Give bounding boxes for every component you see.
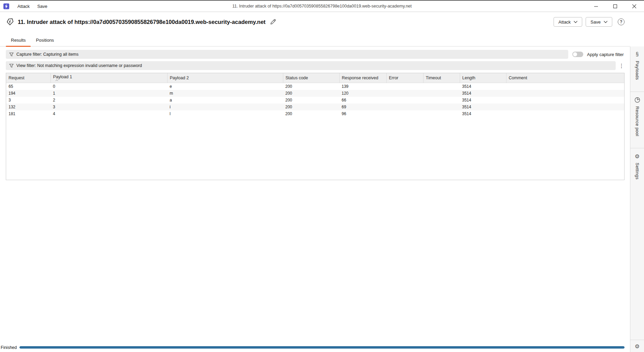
apply-capture-filter-label: Apply capture filter <box>587 52 624 57</box>
table-row[interactable]: 1814l200963514 <box>6 110 625 117</box>
attack-title: 11. Intruder attack of https://0a7d00570… <box>18 19 266 25</box>
column-header-response-received[interactable]: Response received <box>339 73 386 83</box>
attack-header: 11. Intruder attack of https://0a7d00570… <box>0 14 630 30</box>
titlebar: Attack Save 11. Intruder attack of https… <box>0 1 644 12</box>
sidebar-label-resource-pool: Resource pool <box>635 106 640 136</box>
table-row[interactable]: 1941m2001203514 <box>6 90 625 97</box>
view-filter-bar[interactable]: View filter: Not matching expression inv… <box>6 61 616 70</box>
sidebar-panel-resource-pool[interactable]: Resource pool <box>630 92 644 148</box>
resource-pool-icon <box>634 97 640 103</box>
right-sidebar: § Payloads Resource pool ⚙ Settings ⚙ <box>630 46 644 352</box>
funnel-icon <box>9 52 14 57</box>
column-header-length[interactable]: Length <box>460 73 506 83</box>
column-header-timeout[interactable]: Timeout <box>423 73 460 83</box>
apply-capture-filter-toggle[interactable] <box>572 52 583 57</box>
close-button[interactable] <box>629 2 639 10</box>
sidebar-label-settings: Settings <box>635 163 640 179</box>
sidebar-label-payloads: Payloads <box>635 61 640 80</box>
bottom-settings-area: ⚙ <box>630 340 644 352</box>
save-button[interactable]: Save <box>586 17 612 27</box>
burp-app-icon <box>3 3 9 9</box>
results-table-body: 650e20013935141941m200120351432a20066351… <box>6 83 625 117</box>
window-controls <box>591 2 639 10</box>
table-row[interactable]: 1323i200693514 <box>6 104 625 110</box>
column-header-status-code[interactable]: Status code <box>283 73 339 83</box>
attack-button[interactable]: Attack <box>554 17 582 27</box>
table-header-row: RequestPayload 1Payload 2Status codeResp… <box>6 73 625 83</box>
maximize-button[interactable] <box>610 2 620 10</box>
funnel-icon <box>9 64 14 68</box>
apply-capture-filter-control: Apply capture filter <box>572 50 624 59</box>
menu-save[interactable]: Save <box>34 2 51 10</box>
attack-button-label: Attack <box>558 19 571 25</box>
minimize-button[interactable] <box>591 2 601 10</box>
lightning-bolt-icon <box>4 4 8 9</box>
sidebar-panel-settings[interactable]: ⚙ Settings <box>630 148 644 179</box>
capture-filter-text: Capture filter: Capturing all items <box>16 52 78 57</box>
capture-filter-bar[interactable]: Capture filter: Capturing all items <box>6 50 568 59</box>
save-button-label: Save <box>590 19 601 25</box>
column-header-request[interactable]: Request <box>6 73 51 83</box>
tabbar: Results Positions <box>0 35 630 46</box>
column-header-payload-1[interactable]: Payload 1 <box>51 73 167 83</box>
menubar: Attack Save <box>14 2 51 10</box>
attack-progress-fill <box>19 346 625 349</box>
table-options-kebab-icon[interactable]: ⋮ <box>618 62 625 70</box>
table-row[interactable]: 650e2001393514 <box>6 83 625 90</box>
column-header-error[interactable]: Error <box>386 73 423 83</box>
tab-results[interactable]: Results <box>6 35 31 46</box>
chevron-down-icon <box>574 21 577 23</box>
sidebar-panel-payloads[interactable]: § Payloads <box>630 46 644 92</box>
tab-positions[interactable]: Positions <box>31 35 59 46</box>
results-table: RequestPayload 1Payload 2Status codeResp… <box>6 73 625 117</box>
window-title: 11. Intruder attack of https://0a7d00570… <box>0 4 644 9</box>
settings-icon: ⚙ <box>634 153 640 159</box>
statusbar: Finished <box>0 343 630 352</box>
attack-status: Finished <box>1 345 17 350</box>
help-icon[interactable]: ? <box>618 18 625 25</box>
payloads-icon: § <box>634 51 640 57</box>
table-row[interactable]: 32a200663514 <box>6 97 625 104</box>
attack-progress-bar <box>19 346 625 349</box>
sort-ascending-icon <box>55 79 58 81</box>
column-header-comment[interactable]: Comment <box>506 73 625 83</box>
menu-attack[interactable]: Attack <box>14 2 33 10</box>
intruder-attack-icon <box>5 17 14 26</box>
settings-gear-icon[interactable]: ⚙ <box>634 343 640 349</box>
column-header-payload-2[interactable]: Payload 2 <box>167 73 283 83</box>
view-filter-text: View filter: Not matching expression inv… <box>16 63 142 68</box>
edit-pencil-icon[interactable] <box>270 18 276 25</box>
results-table-container: RequestPayload 1Payload 2Status codeResp… <box>6 73 625 180</box>
chevron-down-icon <box>604 21 607 23</box>
